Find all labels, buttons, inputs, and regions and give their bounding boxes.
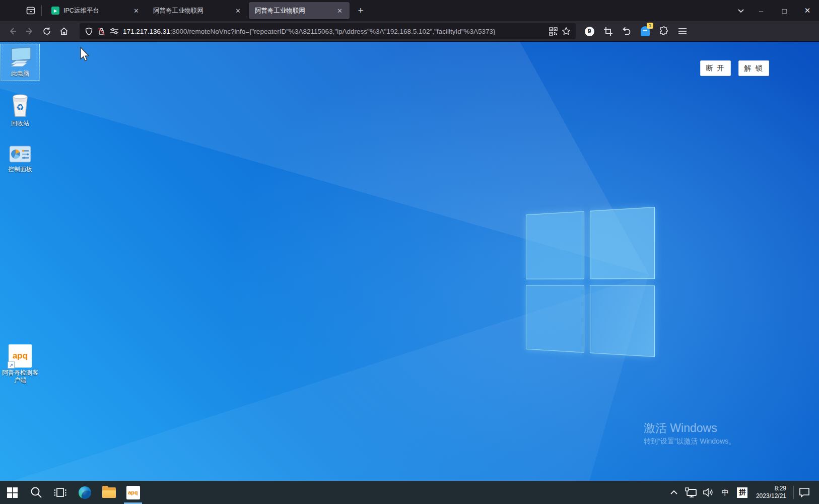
edge-browser-button[interactable] bbox=[73, 481, 97, 504]
navigation-toolbar: 171.217.136.31:3000/remoteNoVnc?info={"r… bbox=[0, 21, 819, 42]
tab-close-icon[interactable]: ✕ bbox=[131, 6, 141, 16]
taskbar-empty-area bbox=[145, 481, 666, 504]
mouse-cursor bbox=[80, 47, 91, 63]
back-button[interactable] bbox=[5, 23, 21, 39]
file-explorer-icon bbox=[102, 487, 116, 498]
forward-button[interactable] bbox=[22, 23, 38, 39]
tab-strip: ▶ IPC运维平台 ✕ 阿普奇工业物联网 ✕ 阿普奇工业物联网 ✕ + – □ … bbox=[0, 0, 819, 21]
ime-pinyin-icon: 拼 bbox=[737, 487, 747, 498]
tab-ipc-platform[interactable]: ▶ IPC运维平台 ✕ bbox=[45, 2, 146, 19]
tab-apuqi-1[interactable]: 阿普奇工业物联网 ✕ bbox=[147, 2, 248, 19]
desktop-icon-label: 阿普奇检测客户端 bbox=[1, 369, 39, 384]
close-button[interactable]: ✕ bbox=[796, 0, 819, 21]
tab-title: 阿普奇工业物联网 bbox=[153, 7, 229, 15]
desktop-icon-label: 回收站 bbox=[11, 120, 29, 127]
chevron-down-icon bbox=[737, 7, 745, 15]
taskbar: apq 中 拼 8:29 2023/12/21 bbox=[0, 481, 819, 504]
windows-logo-pane bbox=[526, 211, 584, 279]
firefox-view-button[interactable] bbox=[22, 3, 39, 18]
shortcut-arrow-icon: ↗ bbox=[8, 362, 15, 369]
windows-logo-pane bbox=[590, 207, 655, 279]
apq-logo-text: apq bbox=[13, 351, 28, 361]
apq-app-icon: apq ↗ bbox=[9, 344, 32, 368]
desktop-icon-apq-client[interactable]: apq ↗ 阿普奇检测客户端 bbox=[1, 344, 39, 384]
wallpaper-light-beams bbox=[0, 42, 819, 504]
home-button[interactable] bbox=[56, 23, 72, 39]
shield-icon[interactable] bbox=[85, 27, 93, 36]
ghost-badge: 1 bbox=[647, 23, 653, 29]
ghost-extension-button[interactable]: 1 bbox=[639, 25, 652, 38]
url-bar[interactable]: 171.217.136.31:3000/remoteNoVnc?info={"r… bbox=[80, 23, 576, 39]
clock-date: 2023/12/21 bbox=[756, 492, 786, 500]
menu-hamburger-button[interactable] bbox=[676, 25, 689, 38]
tab-close-icon[interactable]: ✕ bbox=[233, 6, 243, 16]
toolbar-extensions: 9 1 bbox=[583, 25, 689, 38]
bookmark-star-icon[interactable] bbox=[562, 27, 571, 36]
desktop-icon-this-pc[interactable]: 此电脑 bbox=[1, 44, 39, 81]
qr-code-icon[interactable] bbox=[549, 27, 558, 36]
vnc-controls: 断 开 解 锁 bbox=[700, 60, 769, 76]
apq-taskbar-icon: apq bbox=[126, 486, 140, 499]
remote-desktop: 断 开 解 锁 此电脑 ♻ 回收站 控制面板 apq ↗ bbox=[0, 42, 819, 504]
minimize-button[interactable]: – bbox=[749, 0, 773, 21]
adblock-extension-button[interactable]: 9 bbox=[583, 25, 596, 38]
tray-chevron-up-icon[interactable] bbox=[666, 481, 681, 504]
adblock-badge-icon: 9 bbox=[585, 27, 594, 36]
file-explorer-button[interactable] bbox=[97, 481, 121, 504]
tab-divider bbox=[41, 5, 42, 16]
control-panel-icon bbox=[9, 145, 32, 164]
play-icon: ▶ bbox=[51, 7, 59, 15]
list-all-tabs-button[interactable] bbox=[732, 3, 749, 18]
windows-logo-pane bbox=[526, 285, 584, 353]
url-path: :3000/remoteNoVnc?info={"repeaterID"%3A8… bbox=[170, 28, 496, 35]
new-tab-button[interactable]: + bbox=[353, 3, 368, 18]
url-text[interactable]: 171.217.136.31:3000/remoteNoVnc?info={"r… bbox=[123, 28, 545, 35]
action-center-button[interactable] bbox=[797, 481, 812, 504]
task-view-button[interactable] bbox=[48, 481, 73, 504]
edge-icon bbox=[79, 486, 91, 499]
tab-close-icon[interactable]: ✕ bbox=[335, 6, 345, 16]
taskbar-clock[interactable]: 8:29 2023/12/21 bbox=[752, 485, 790, 500]
network-icon[interactable] bbox=[684, 481, 699, 504]
reload-button[interactable] bbox=[39, 23, 55, 39]
desktop-icon-label: 控制面板 bbox=[8, 166, 32, 173]
volume-icon[interactable] bbox=[701, 481, 716, 504]
windows-logo-pane bbox=[590, 285, 655, 357]
this-pc-icon bbox=[8, 46, 32, 68]
insecure-lock-icon[interactable] bbox=[97, 27, 106, 36]
disconnect-button[interactable]: 断 开 bbox=[700, 60, 731, 76]
extensions-puzzle-button[interactable] bbox=[657, 25, 670, 38]
desktop-icon-control-panel[interactable]: 控制面板 bbox=[1, 145, 39, 173]
tab-title: 阿普奇工业物联网 bbox=[255, 7, 331, 15]
desktop-icon-label: 此电脑 bbox=[11, 70, 29, 78]
firefox-view-icon bbox=[26, 6, 36, 16]
window-controls: – □ ✕ bbox=[749, 0, 819, 21]
system-tray: 中 拼 8:29 2023/12/21 bbox=[666, 481, 819, 504]
tray-divider bbox=[793, 486, 794, 499]
windows-logo-wallpaper bbox=[526, 207, 655, 357]
desktop-icon-recycle-bin[interactable]: ♻ 回收站 bbox=[1, 93, 39, 127]
start-button[interactable] bbox=[0, 481, 24, 504]
svg-text:♻: ♻ bbox=[16, 103, 24, 112]
url-host: 171.217.136.31 bbox=[123, 28, 170, 35]
ime-mode-button[interactable]: 拼 bbox=[735, 481, 750, 504]
tab-apuqi-2-active[interactable]: 阿普奇工业物联网 ✕ bbox=[249, 2, 350, 19]
recycle-bin-icon: ♻ bbox=[9, 93, 31, 118]
browser-window: ▶ IPC运维平台 ✕ 阿普奇工业物联网 ✕ 阿普奇工业物联网 ✕ + – □ … bbox=[0, 0, 819, 504]
ime-language-button[interactable]: 中 bbox=[718, 481, 733, 504]
maximize-button[interactable]: □ bbox=[773, 0, 796, 21]
screenshot-crop-button[interactable] bbox=[601, 25, 615, 38]
unlock-button[interactable]: 解 锁 bbox=[738, 60, 769, 76]
undo-history-button[interactable] bbox=[620, 25, 633, 38]
permissions-icon[interactable] bbox=[110, 28, 119, 35]
search-button[interactable] bbox=[24, 481, 48, 504]
apq-taskbar-button[interactable]: apq bbox=[121, 481, 145, 504]
tab-title: IPC运维平台 bbox=[63, 7, 127, 15]
clock-time: 8:29 bbox=[756, 485, 786, 492]
